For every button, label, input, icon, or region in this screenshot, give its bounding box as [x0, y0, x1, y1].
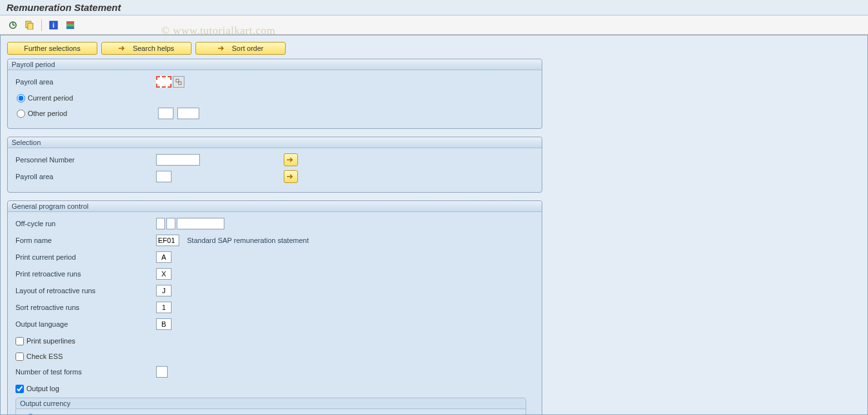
check-ess-checkbox[interactable] [15, 352, 24, 361]
other-period-input-1[interactable] [158, 108, 173, 119]
page-title: Remuneration Statement [6, 2, 121, 13]
off-cycle-input-1[interactable] [156, 218, 165, 229]
execute-icon[interactable] [6, 19, 19, 32]
f4-help-button[interactable] [173, 76, 184, 88]
sort-retroactive-runs-input[interactable] [156, 302, 172, 313]
selection-button-row: Further selections Search helps Sort ord… [7, 42, 861, 55]
further-selections-button[interactable]: Further selections [7, 42, 97, 55]
print-superlines-checkbox[interactable] [15, 337, 24, 345]
print-superlines-label: Print superlines [26, 337, 75, 345]
panel-title: Payroll period [8, 59, 542, 70]
layout-retroactive-runs-label: Layout of retroactive runs [15, 287, 156, 294]
check-ess-label: Check ESS [26, 352, 63, 360]
print-current-period-label: Print current period [15, 253, 156, 261]
sort-order-label: Sort order [232, 44, 264, 52]
form-name-label: Form name [15, 236, 156, 244]
payroll-area-label: Payroll area [15, 78, 156, 86]
other-period-label: Other period [28, 110, 157, 117]
content-area: Further selections Search helps Sort ord… [0, 35, 868, 415]
panel-title: Selection [8, 137, 542, 148]
output-language-label: Output language [15, 320, 156, 328]
form-name-description: Standard SAP remuneration statement [187, 236, 309, 244]
svg-rect-7 [66, 21, 74, 24]
output-language-input[interactable] [156, 318, 172, 330]
general-program-control-panel: General program control Off-cycle run Fo… [7, 200, 542, 414]
form-name-input[interactable] [156, 235, 179, 246]
output-currency-panel: Output currency For-period In-period [15, 398, 526, 414]
other-period-input-2[interactable] [177, 108, 199, 119]
toolbar-separator [41, 19, 42, 31]
personnel-number-label: Personnel Number [15, 156, 156, 164]
number-test-forms-label: Number of test forms [15, 368, 156, 376]
output-log-label: Output log [26, 385, 59, 392]
current-period-radio[interactable] [17, 94, 25, 102]
panel-title: General program control [8, 201, 542, 212]
for-period-label: For-period [37, 414, 70, 414]
arrow-right-icon [218, 45, 227, 52]
for-period-radio[interactable] [26, 414, 35, 415]
search-helps-label: Search helps [133, 44, 174, 52]
panel-title: Output currency [16, 398, 526, 409]
output-log-checkbox[interactable] [15, 385, 24, 393]
layout-icon[interactable] [64, 19, 77, 32]
number-test-forms-input[interactable] [156, 366, 168, 378]
selection-panel: Selection Personnel Number Payroll area [7, 137, 542, 193]
payroll-period-panel: Payroll period Payroll area Current peri… [7, 59, 542, 129]
print-current-period-input[interactable] [156, 251, 172, 263]
off-cycle-label: Off-cycle run [15, 220, 156, 227]
svg-rect-4 [28, 23, 33, 30]
svg-rect-10 [176, 79, 179, 82]
payroll-area-label: Payroll area [15, 173, 156, 180]
svg-rect-11 [179, 82, 181, 84]
layout-retroactive-runs-input[interactable] [156, 285, 172, 296]
application-toolbar: i [0, 15, 868, 35]
off-cycle-input-2[interactable] [166, 218, 175, 229]
scroll-area[interactable]: Further selections Search helps Sort ord… [1, 35, 867, 414]
print-retroactive-runs-label: Print retroactive runs [15, 270, 156, 278]
multiple-selection-button[interactable] [284, 153, 298, 166]
get-variant-icon[interactable] [23, 19, 36, 32]
payroll-area-input[interactable] [156, 76, 172, 88]
off-cycle-input-3[interactable] [177, 218, 224, 229]
other-period-radio[interactable] [17, 110, 25, 118]
svg-rect-8 [66, 24, 74, 26]
info-icon[interactable]: i [47, 19, 60, 32]
svg-text:i: i [53, 22, 55, 29]
search-helps-button[interactable]: Search helps [101, 42, 192, 55]
multiple-selection-button[interactable] [284, 170, 298, 183]
svg-rect-9 [66, 26, 74, 29]
sort-order-button[interactable]: Sort order [195, 42, 286, 55]
print-retroactive-runs-input[interactable] [156, 268, 172, 280]
sort-retroactive-runs-label: Sort retroactive runs [15, 304, 156, 311]
current-period-label: Current period [28, 94, 73, 102]
title-bar: Remuneration Statement [0, 0, 868, 15]
arrow-right-icon [119, 45, 128, 52]
further-selections-label: Further selections [24, 44, 80, 52]
personnel-number-input[interactable] [156, 154, 200, 166]
payroll-area-input[interactable] [156, 171, 172, 182]
